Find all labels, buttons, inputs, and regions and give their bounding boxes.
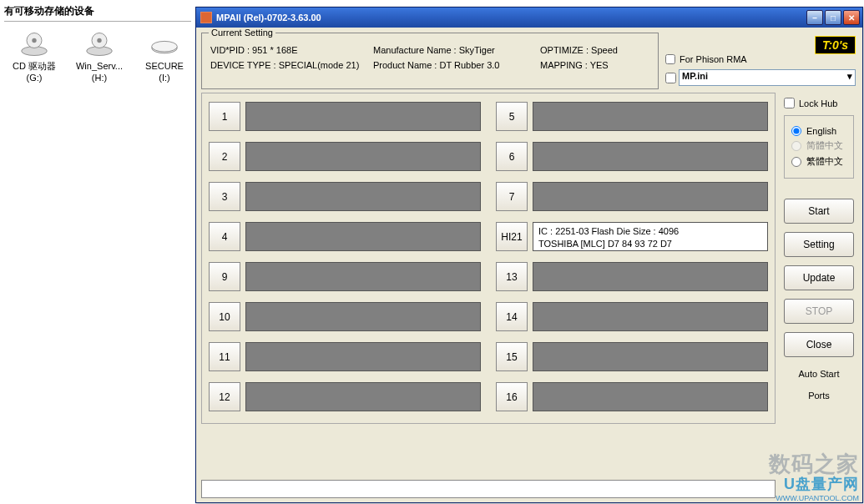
slot-button-6[interactable]: 6 bbox=[496, 142, 528, 171]
app-window: MPAll (Rel)-0702-3.63.00 – □ ✕ Current S… bbox=[195, 7, 863, 503]
svg-point-7 bbox=[152, 41, 178, 52]
desktop-header: 有可移动存储的设备 bbox=[4, 4, 191, 22]
slot-box-9 bbox=[245, 262, 481, 291]
app-icon bbox=[200, 12, 212, 23]
lock-hub-label: Lock Hub bbox=[799, 98, 837, 108]
desktop-panel: 有可移动存储的设备 CD 驱动器 (G:) Win_Serv... (H:) S… bbox=[0, 0, 195, 504]
lang-sc-radio bbox=[791, 141, 801, 151]
slot-box-16 bbox=[533, 382, 768, 411]
product-name-label: Product Name : DT Rubber 3.0 bbox=[373, 60, 540, 70]
slot-box-HI21: IC : 2251-03 Flash Die Size : 4096TOSHIB… bbox=[533, 222, 768, 251]
language-group: English 简體中文 繁體中文 bbox=[784, 115, 854, 179]
lang-english-label: English bbox=[806, 126, 836, 136]
phison-rma-label: For Phison RMA bbox=[680, 54, 747, 64]
lang-english-radio[interactable] bbox=[791, 126, 801, 136]
slot-box-14 bbox=[533, 302, 768, 331]
titlebar[interactable]: MPAll (Rel)-0702-3.63.00 – □ ✕ bbox=[196, 8, 862, 28]
close-button[interactable]: ✕ bbox=[843, 10, 860, 25]
drive-icon-winserv[interactable]: Win_Serv... (H:) bbox=[76, 30, 123, 84]
window-title: MPAll (Rel)-0702-3.63.00 bbox=[216, 13, 806, 23]
slot-button-15[interactable]: 15 bbox=[496, 342, 528, 371]
svg-point-2 bbox=[32, 38, 36, 43]
lang-sc-label: 简體中文 bbox=[806, 139, 843, 152]
maximize-button[interactable]: □ bbox=[825, 10, 841, 25]
slot-button-13[interactable]: 13 bbox=[496, 262, 528, 291]
slot-button-16[interactable]: 16 bbox=[496, 382, 528, 411]
phison-rma-checkbox[interactable] bbox=[665, 54, 675, 64]
slot-button-2[interactable]: 2 bbox=[209, 142, 240, 171]
slot-box-11 bbox=[245, 342, 481, 371]
optimize-label: OPTIMIZE : Speed bbox=[540, 45, 657, 55]
update-button[interactable]: Update bbox=[784, 265, 854, 290]
start-button[interactable]: Start bbox=[784, 199, 854, 224]
close-app-button[interactable]: Close bbox=[784, 332, 854, 357]
minimize-button[interactable]: – bbox=[806, 10, 823, 25]
slot-button-5[interactable]: 5 bbox=[496, 102, 528, 131]
slots-grid: 1526374HI21IC : 2251-03 Flash Die Size :… bbox=[201, 93, 776, 424]
slot-button-7[interactable]: 7 bbox=[496, 182, 528, 211]
slot-button-11[interactable]: 11 bbox=[209, 342, 240, 371]
slot-box-7 bbox=[533, 182, 768, 211]
watermark: 数码之家 U盘量产网 WWW.UPANTOOL.COM bbox=[769, 450, 859, 502]
stop-button: STOP bbox=[784, 299, 854, 324]
right-settings: T:0's For Phison RMA MP.ini▾ bbox=[664, 33, 857, 89]
slot-box-12 bbox=[245, 382, 481, 411]
slot-button-4[interactable]: 4 bbox=[209, 222, 240, 251]
slot-button-3[interactable]: 3 bbox=[209, 182, 240, 211]
current-setting-legend: Current Setting bbox=[209, 28, 275, 38]
drive-icon-secure[interactable]: SECURE (I:) bbox=[141, 30, 188, 84]
manufacture-label: Manufacture Name : SkyTiger bbox=[373, 45, 540, 55]
slot-box-4 bbox=[245, 222, 481, 251]
slot-box-6 bbox=[533, 142, 768, 171]
slot-button-1[interactable]: 1 bbox=[209, 102, 240, 131]
slot-box-2 bbox=[245, 142, 481, 171]
slot-box-3 bbox=[245, 182, 481, 211]
slot-box-1 bbox=[245, 102, 481, 131]
slot-box-10 bbox=[245, 302, 481, 331]
setting-button[interactable]: Setting bbox=[784, 232, 854, 257]
slot-button-14[interactable]: 14 bbox=[496, 302, 528, 331]
config-checkbox[interactable] bbox=[665, 73, 676, 83]
mapping-label: MAPPING : YES bbox=[540, 60, 657, 70]
current-setting-group: Current Setting VID*PID : 951 * 168E Man… bbox=[201, 33, 659, 89]
device-type-label: DEVICE TYPE : SPECIAL(mode 21) bbox=[210, 60, 373, 70]
slot-box-5 bbox=[533, 102, 768, 131]
drive-icon-cd[interactable]: CD 驱动器 (G:) bbox=[11, 30, 58, 84]
config-select[interactable]: MP.ini▾ bbox=[679, 69, 856, 86]
desktop-icon-list: CD 驱动器 (G:) Win_Serv... (H:) SECURE (I:) bbox=[11, 30, 191, 84]
lock-hub-checkbox[interactable] bbox=[784, 98, 795, 108]
lang-tc-radio[interactable] bbox=[791, 157, 801, 167]
slot-button-9[interactable]: 9 bbox=[209, 262, 240, 291]
side-panel: Lock Hub English 简體中文 繁體中文 Start Setting… bbox=[781, 93, 857, 424]
ports-label: Ports bbox=[784, 391, 854, 401]
slot-button-12[interactable]: 12 bbox=[209, 382, 240, 411]
status-bar bbox=[201, 480, 776, 498]
timer-badge: T:0's bbox=[815, 36, 856, 54]
auto-start-label: Auto Start bbox=[784, 369, 854, 379]
svg-point-5 bbox=[97, 38, 101, 43]
slot-button-10[interactable]: 10 bbox=[209, 302, 240, 331]
slot-box-15 bbox=[533, 342, 768, 371]
slot-button-HI21[interactable]: HI21 bbox=[496, 222, 528, 251]
lang-tc-label: 繁體中文 bbox=[806, 155, 843, 168]
vidpid-label: VID*PID : 951 * 168E bbox=[210, 45, 373, 55]
slot-box-13 bbox=[533, 262, 768, 291]
